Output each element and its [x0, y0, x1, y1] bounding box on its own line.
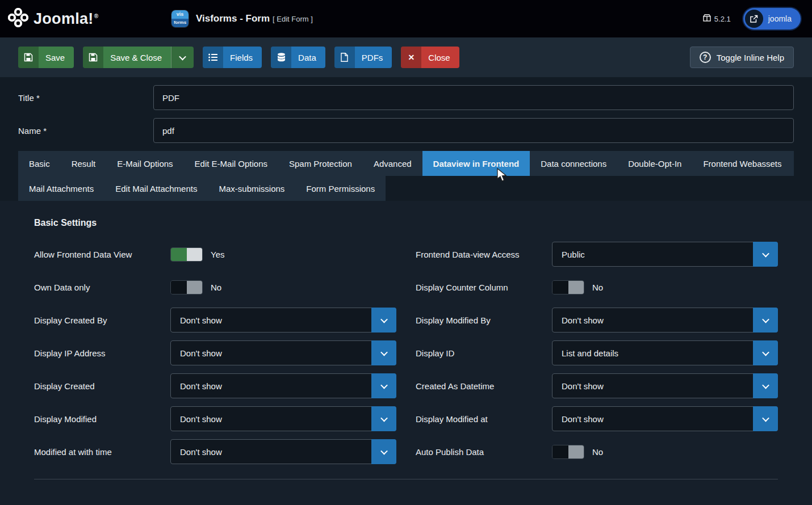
pdfs-label: PDFs [355, 53, 392, 62]
toggle-inline-help-button[interactable]: ? Toggle Inline Help [690, 47, 794, 68]
chevron-down-icon[interactable] [371, 406, 396, 431]
own-data-only-toggle[interactable] [170, 280, 203, 294]
setting-row-display-created-by: Display Created ByDon't show [34, 308, 396, 333]
close-button[interactable]: ✕ Close [401, 47, 459, 68]
tab-e-mail-options[interactable]: E-Mail Options [106, 151, 183, 176]
title-field-row: Title * [18, 85, 794, 110]
save-label: Save [39, 53, 74, 62]
user-menu-label: joomla [768, 14, 792, 23]
chevron-glyph [762, 315, 769, 323]
chevron-down-icon[interactable] [371, 340, 396, 365]
user-menu-button[interactable]: joomla [743, 8, 801, 30]
tab-result[interactable]: Result [61, 151, 107, 176]
pdfs-button[interactable]: PDFs [334, 47, 392, 68]
chevron-down-icon[interactable] [753, 340, 778, 365]
display-ip-address-select[interactable]: Don't show [170, 340, 396, 365]
tab-frontend-webassets[interactable]: Frontend Webassets [692, 151, 792, 176]
dataview-panel: Basic Settings Allow Frontend Data ViewY… [0, 201, 812, 505]
setting-row-display-modified-at: Display Modified atDon't show [416, 406, 778, 431]
toggle-track [171, 281, 187, 294]
toggle-inline-help-label: Toggle Inline Help [717, 53, 784, 62]
chevron-glyph [380, 381, 388, 389]
list-icon [203, 47, 223, 68]
setting-row-allow-frontend-data-view: Allow Frontend Data ViewYes [34, 242, 396, 267]
main-content: Title * Name * BasicResultE-Mail Options… [0, 77, 812, 505]
chevron-down-icon [179, 53, 186, 60]
save-button[interactable]: Save [18, 47, 74, 68]
toggle-track [553, 445, 568, 458]
chevron-down-icon[interactable] [371, 439, 396, 464]
visforms-icon-text-bottom: forms [171, 19, 189, 27]
tab-max-submissions[interactable]: Max-submissions [208, 176, 295, 201]
version-box-icon [703, 14, 711, 23]
name-field-label: Name * [18, 126, 153, 136]
tabs-row-1: BasicResultE-Mail OptionsEdit E-Mail Opt… [18, 151, 794, 176]
tab-form-permissions[interactable]: Form Permissions [295, 176, 386, 201]
display-counter-column-toggle[interactable] [552, 280, 584, 294]
tabs-row-2: Mail AttachmentsEdit Mail AttachmentsMax… [18, 176, 794, 201]
help-icon: ? [700, 52, 711, 63]
topbar: Joomla!® vis forms Visforms - Form[ Edit… [0, 0, 812, 37]
setting-row-display-ip-address: Display IP AddressDon't show [34, 340, 396, 365]
display-modified-select[interactable]: Don't show [170, 406, 396, 431]
toggle-state-label: No [211, 283, 221, 292]
name-field-row: Name * [18, 118, 794, 143]
setting-label: Display Modified By [416, 315, 552, 325]
toggle-knob [187, 248, 203, 261]
display-modified-at-select[interactable]: Don't show [552, 406, 778, 431]
setting-label: Display Created [34, 381, 170, 391]
allow-frontend-data-view-toggle[interactable] [170, 247, 203, 262]
chevron-down-icon[interactable] [753, 406, 778, 431]
toggle-track [171, 248, 187, 261]
name-input[interactable] [153, 118, 794, 143]
chevron-down-icon[interactable] [371, 308, 396, 333]
visforms-icon-text-top: vis [171, 10, 189, 19]
setting-row-display-counter-column: Display Counter ColumnNo [416, 275, 778, 300]
display-created-select[interactable]: Don't show [170, 373, 396, 398]
title-input[interactable] [153, 85, 794, 110]
tab-edit-e-mail-options[interactable]: Edit E-Mail Options [184, 151, 278, 176]
select-value: Don't show [553, 315, 753, 325]
toggle-knob [568, 281, 584, 294]
tab-double-opt-in[interactable]: Double-Opt-In [617, 151, 692, 176]
tab-data-connections[interactable]: Data connections [530, 151, 617, 176]
chevron-down-icon[interactable] [753, 308, 778, 333]
chevron-down-icon[interactable] [371, 373, 396, 398]
fields-button[interactable]: Fields [203, 47, 262, 68]
tab-basic[interactable]: Basic [18, 151, 61, 176]
chevron-glyph [762, 250, 769, 257]
page-head: vis forms Visforms - Form[ Edit Form ] [171, 10, 313, 27]
tab-edit-mail-attachments[interactable]: Edit Mail Attachments [104, 176, 208, 201]
joomla-brand[interactable]: Joomla!® [8, 8, 171, 30]
save-close-label: Save & Close [103, 53, 171, 62]
display-created-by-select[interactable]: Don't show [170, 308, 396, 333]
chevron-down-icon[interactable] [753, 242, 778, 267]
setting-row-modified-at-with-time: Modified at with timeDon't show [34, 439, 396, 464]
database-icon [271, 47, 291, 68]
toggle-knob [568, 445, 584, 458]
tab-dataview-in-frontend[interactable]: Dataview in Frontend [422, 151, 530, 176]
setting-label: Display Modified at [416, 414, 552, 424]
setting-row-frontend-data-view-access: Frontend Data-view AccessPublic [416, 242, 778, 267]
tab-mail-attachments[interactable]: Mail Attachments [18, 176, 104, 201]
select-value: List and details [553, 348, 753, 358]
save-close-button[interactable]: Save & Close [83, 47, 171, 68]
display-modified-by-select[interactable]: Don't show [552, 308, 778, 333]
auto-publish-data-toggle[interactable] [552, 445, 584, 459]
chevron-down-icon[interactable] [753, 373, 778, 398]
created-as-datetime-select[interactable]: Don't show [552, 373, 778, 398]
file-icon [334, 47, 355, 68]
data-button[interactable]: Data [271, 47, 325, 68]
modified-at-with-time-select[interactable]: Don't show [170, 439, 396, 464]
tab-spam-protection[interactable]: Spam Protection [278, 151, 363, 176]
tab-advanced[interactable]: Advanced [363, 151, 422, 176]
setting-row-display-created: Display CreatedDon't show [34, 373, 396, 398]
chevron-glyph [380, 315, 388, 323]
display-id-select[interactable]: List and details [552, 340, 778, 365]
save-close-dropdown-toggle[interactable] [171, 47, 194, 68]
frontend-data-view-access-select[interactable]: Public [552, 242, 778, 267]
setting-row-own-data-only: Own Data onlyNo [34, 275, 396, 300]
toggle-knob [187, 281, 203, 294]
page-title-suffix: [ Edit Form ] [273, 15, 313, 23]
chevron-glyph [762, 381, 769, 389]
